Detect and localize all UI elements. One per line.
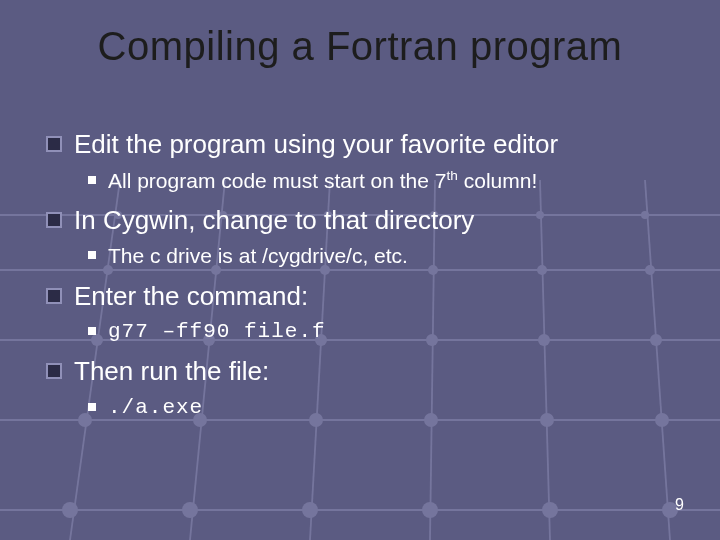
sublist-item: ./a.exe	[88, 394, 690, 421]
list-item-text: Edit the program using your favorite edi…	[74, 128, 558, 161]
list-item: Edit the program using your favorite edi…	[46, 128, 690, 161]
slide-content: Edit the program using your favorite edi…	[46, 128, 690, 431]
svg-point-15	[542, 502, 558, 518]
subbullet-icon	[88, 176, 96, 184]
slide: Compiling a Fortran program Edit the pro…	[0, 0, 720, 540]
sublist-item-text: All program code must start on the 7th c…	[108, 167, 537, 194]
list-item: Then run the file:	[46, 355, 690, 388]
subbullet-icon	[88, 251, 96, 259]
sublist-item-code: ./a.exe	[108, 394, 203, 421]
sublist-item-code: g77 –ff90 file.f	[108, 318, 326, 345]
slide-title: Compiling a Fortran program	[0, 24, 720, 69]
svg-point-14	[422, 502, 438, 518]
subbullet-icon	[88, 403, 96, 411]
sublist-item: All program code must start on the 7th c…	[88, 167, 690, 194]
svg-point-11	[62, 502, 78, 518]
subbullet-icon	[88, 327, 96, 335]
svg-point-12	[182, 502, 198, 518]
bullet-icon	[46, 363, 62, 379]
page-number: 9	[675, 496, 684, 514]
bullet-icon	[46, 288, 62, 304]
sublist-item: g77 –ff90 file.f	[88, 318, 690, 345]
sublist-item-text: The c drive is at /cygdrive/c, etc.	[108, 242, 408, 269]
list-item-text: Enter the command:	[74, 280, 308, 313]
sublist-item: The c drive is at /cygdrive/c, etc.	[88, 242, 690, 269]
bullet-icon	[46, 212, 62, 228]
list-item-text: In Cygwin, change to that directory	[74, 204, 474, 237]
list-item-text: Then run the file:	[74, 355, 269, 388]
list-item: Enter the command:	[46, 280, 690, 313]
list-item: In Cygwin, change to that directory	[46, 204, 690, 237]
bullet-icon	[46, 136, 62, 152]
svg-point-13	[302, 502, 318, 518]
